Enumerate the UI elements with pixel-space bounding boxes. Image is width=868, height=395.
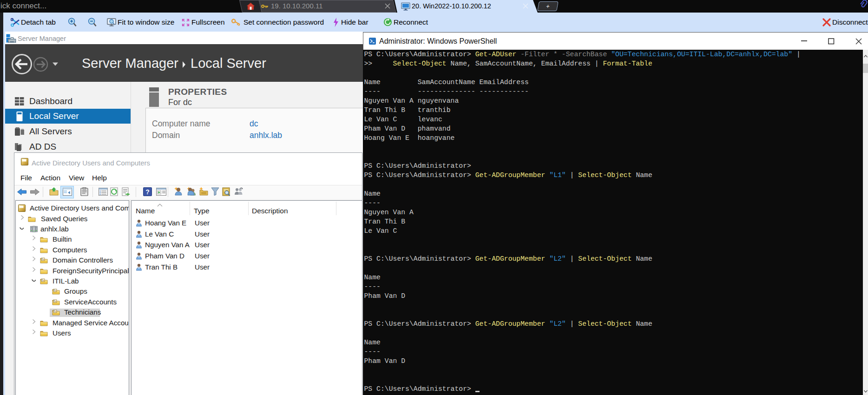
svg-text:?: ? — [145, 188, 150, 196]
